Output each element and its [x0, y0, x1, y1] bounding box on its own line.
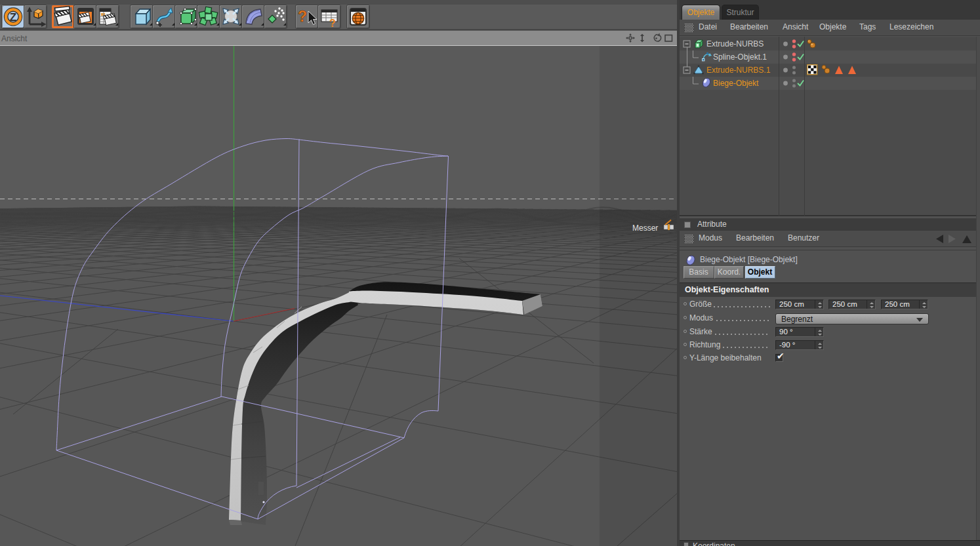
svg-text:Spline-Objekt.1: Spline-Objekt.1: [713, 52, 767, 62]
svg-text:?: ?: [329, 18, 336, 28]
svg-text:?: ?: [298, 8, 307, 25]
svg-text:Extrude-NURBS: Extrude-NURBS: [706, 39, 764, 49]
svg-text:Biege-Objekt: Biege-Objekt: [713, 79, 759, 88]
svg-text:Extrude-NURBS.1: Extrude-NURBS.1: [706, 66, 771, 75]
svg-text:Z: Z: [10, 11, 16, 24]
